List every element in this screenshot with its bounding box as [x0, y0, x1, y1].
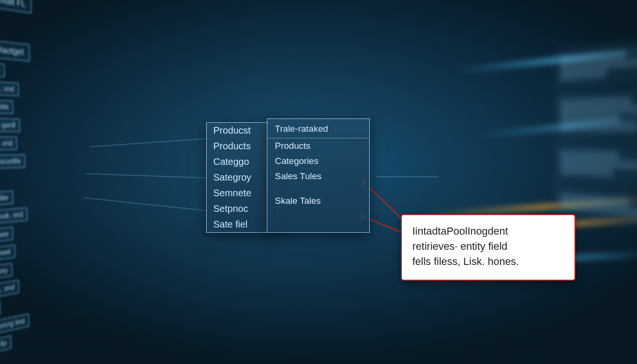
schema-block [556, 36, 637, 87]
tooltip-text: IintadtaPoolInogdent [412, 225, 508, 237]
schema-chip: Lab-ask, ond [0, 80, 19, 97]
dropdown-header: Trale-rataked [267, 119, 369, 138]
schema-chip: Low. Rocuntlle [0, 155, 26, 170]
schema-chip: Lop-lsek, ond [0, 280, 19, 302]
schema-chip: Lab. Look, ond [0, 208, 27, 226]
connector-line [377, 176, 438, 177]
schema-chip: salling: orcrg lind [0, 313, 29, 339]
menu-item-sales[interactable]: Sales Tules [267, 169, 369, 184]
schema-chip: al. Colouny [0, 263, 13, 283]
menu-item-skale[interactable]: Skale Tales [267, 193, 369, 209]
schema-chip: Lap-usller [0, 191, 14, 207]
dropdown-stack: Producst Products Categgo Sategroy Semne… [206, 122, 370, 233]
menu-item-categories[interactable]: Categories [267, 154, 369, 169]
schema-chip: Lob fap gardl [0, 118, 20, 132]
schema-chip: ehealmentalt FL [0, 0, 32, 14]
menu-item-products[interactable]: Products [267, 138, 369, 154]
schema-chip: ysthat, Haotget [0, 37, 30, 62]
right-schema-panel [556, 28, 637, 237]
schema-block [556, 144, 637, 189]
schema-chip: ttollunt [0, 301, 1, 320]
tooltip-text: fells filess, Lisk. hones. [412, 255, 519, 267]
tooltip-text: retirieves· entity field [412, 240, 508, 252]
schema-chip: vy Cnstlises [0, 227, 14, 245]
schema-chip: Collary, ond [0, 136, 18, 151]
schema-block [556, 86, 637, 138]
dropdown-front-pane[interactable]: Trale-rataked Products Categories Sales … [267, 118, 370, 233]
schema-chip: Lop-lglaywel [0, 245, 16, 264]
schema-chip: nl. callle [0, 61, 5, 78]
tooltip-callout: IintadtaPoolInogdent retirieves· entity … [401, 214, 575, 281]
schema-chip: Lop seutile [0, 99, 14, 114]
